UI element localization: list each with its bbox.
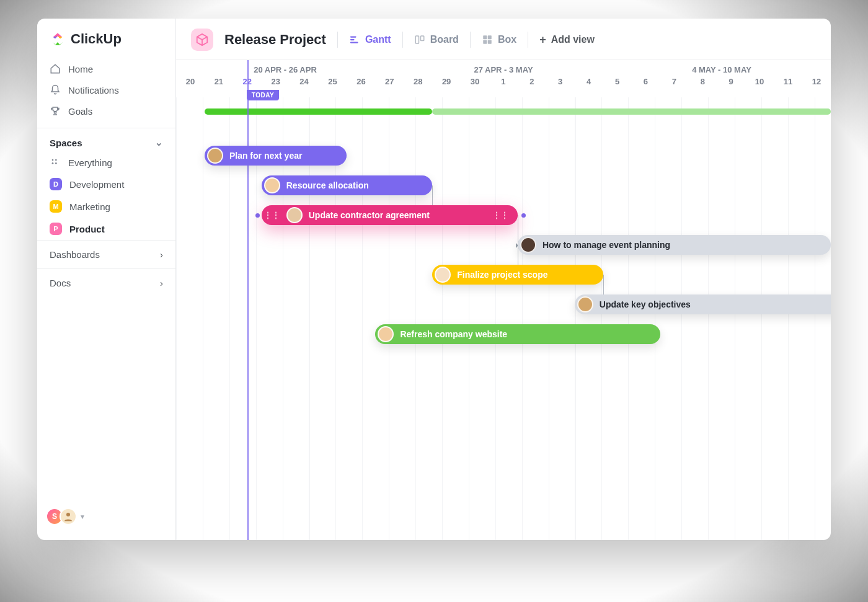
today-line (247, 60, 249, 540)
task-label: Plan for next year (229, 151, 303, 161)
timeline-day-headers: 2021222324252627282930123456789101112 (176, 74, 831, 86)
day-label: 6 (632, 77, 660, 86)
nav-goals-label: Goals (68, 106, 92, 117)
gantt-task[interactable]: Update key objectives (575, 294, 831, 314)
svg-rect-8 (488, 35, 492, 39)
page-title: Release Project (224, 32, 326, 48)
day-label: 26 (347, 77, 375, 86)
week-label: 4 MAY - 10 MAY (613, 65, 831, 74)
svg-point-0 (52, 159, 54, 161)
gantt-task[interactable]: How to manage event planning (518, 235, 831, 255)
day-label: 7 (660, 77, 688, 86)
sidebar-space-development[interactable]: D Development (37, 173, 175, 195)
day-label: 4 (575, 77, 603, 86)
drag-handle-icon[interactable]: ⋮⋮ (493, 211, 509, 219)
user-avatars[interactable]: S (50, 508, 77, 525)
chevron-right-icon: › (160, 278, 163, 288)
space-badge: D (50, 178, 62, 190)
day-label: 27 (375, 77, 404, 86)
svg-rect-9 (483, 40, 487, 44)
today-badge: TODAY (247, 90, 279, 100)
svg-rect-10 (488, 40, 492, 44)
clickup-logo-icon (50, 31, 66, 47)
sidebar-item-everything[interactable]: Everything (37, 152, 175, 173)
nav-home[interactable]: Home (37, 58, 175, 79)
spaces-header-label: Spaces (50, 138, 82, 148)
caret-down-icon[interactable]: ▼ (79, 513, 86, 520)
task-label: Resource allocation (286, 180, 369, 190)
day-label: 24 (290, 77, 319, 86)
gantt-task[interactable]: Refresh company website (375, 324, 660, 344)
space-label: Development (69, 179, 124, 190)
svg-point-4 (66, 513, 70, 516)
week-label: 20 APR - 26 APR (176, 65, 394, 74)
day-label: 12 (802, 77, 831, 86)
week-label: 27 APR - 3 MAY (394, 65, 613, 74)
nav-notifications[interactable]: Notifications (37, 79, 175, 100)
chevron-down-icon: ⌄ (155, 137, 163, 148)
main-area: Release Project Gantt Board Box (176, 19, 831, 540)
home-icon (50, 63, 61, 74)
gantt-chart-area[interactable]: TODAY Plan for next year Resource alloca… (176, 90, 831, 540)
dashboards-label: Dashboards (50, 249, 100, 260)
space-badge: P (50, 223, 62, 235)
view-tab-box[interactable]: Box (482, 34, 516, 45)
sidebar-space-marketing[interactable]: M Marketing (37, 195, 175, 218)
separator (528, 32, 528, 48)
space-label: Marketing (69, 201, 110, 212)
app-window: ClickUp Home Notifications Goals Spaces … (37, 19, 831, 540)
view-tab-gantt[interactable]: Gantt (349, 34, 391, 45)
gantt-icon (349, 34, 360, 45)
gantt-task[interactable]: Finalize project scope (432, 265, 603, 285)
timeline-week-headers: 20 APR - 26 APR27 APR - 3 MAY4 MAY - 10 … (176, 65, 831, 74)
brand-logo: ClickUp (37, 31, 175, 58)
sidebar-space-product[interactable]: P Product (37, 218, 175, 240)
sidebar-item-dashboards[interactable]: Dashboards › (37, 240, 175, 268)
assignee-avatar (286, 207, 303, 223)
day-label: 11 (774, 77, 802, 86)
space-badge: M (50, 200, 62, 213)
progress-remaining (432, 108, 831, 115)
assignee-avatar (435, 267, 451, 283)
add-view-label: Add view (551, 34, 595, 45)
sidebar-item-docs[interactable]: Docs › (37, 268, 175, 297)
gantt-task[interactable]: ⋮⋮ Update contractor agreement⋮⋮ (262, 205, 518, 225)
day-label: 29 (432, 77, 461, 86)
topbar: Release Project Gantt Board Box (176, 19, 831, 60)
svg-rect-5 (415, 36, 418, 43)
dependency-anchor[interactable] (521, 213, 526, 218)
everything-label: Everything (68, 157, 112, 168)
drag-handle-icon[interactable]: ⋮⋮ (264, 211, 280, 219)
dependency-anchor[interactable] (255, 213, 260, 218)
space-label: Product (69, 224, 105, 234)
view-tab-gantt-label: Gantt (365, 34, 391, 45)
plus-icon: + (539, 33, 546, 46)
day-label: 9 (717, 77, 745, 86)
gantt-chart[interactable]: 20 APR - 26 APR27 APR - 3 MAY4 MAY - 10 … (176, 60, 831, 540)
nav-goals[interactable]: Goals (37, 100, 175, 122)
separator (337, 32, 338, 48)
day-label: 10 (745, 77, 774, 86)
nav-notifications-label: Notifications (68, 85, 119, 95)
task-label: Update contractor agreement (309, 210, 430, 220)
view-tab-board[interactable]: Board (414, 34, 459, 45)
assignee-avatar (207, 148, 223, 164)
view-tab-board-label: Board (430, 34, 459, 45)
gantt-task[interactable]: Resource allocation (262, 175, 432, 195)
task-label: Refresh company website (400, 329, 507, 339)
trophy-icon (50, 105, 61, 117)
svg-rect-7 (483, 35, 487, 39)
spaces-list: D DevelopmentM MarketingP Product (37, 173, 175, 240)
avatar-user-2 (60, 508, 77, 525)
grid-dots-icon (50, 157, 61, 168)
chevron-right-icon: › (160, 249, 163, 260)
svg-rect-6 (420, 36, 423, 41)
gantt-task[interactable]: Plan for next year (205, 146, 347, 166)
day-label: 3 (546, 77, 575, 86)
day-label: 23 (262, 77, 290, 86)
board-icon (414, 34, 425, 45)
spaces-header[interactable]: Spaces ⌄ (37, 128, 175, 152)
sidebar-footer: S ▼ (37, 500, 175, 533)
day-label: 20 (176, 77, 205, 86)
add-view-button[interactable]: + Add view (539, 33, 595, 46)
